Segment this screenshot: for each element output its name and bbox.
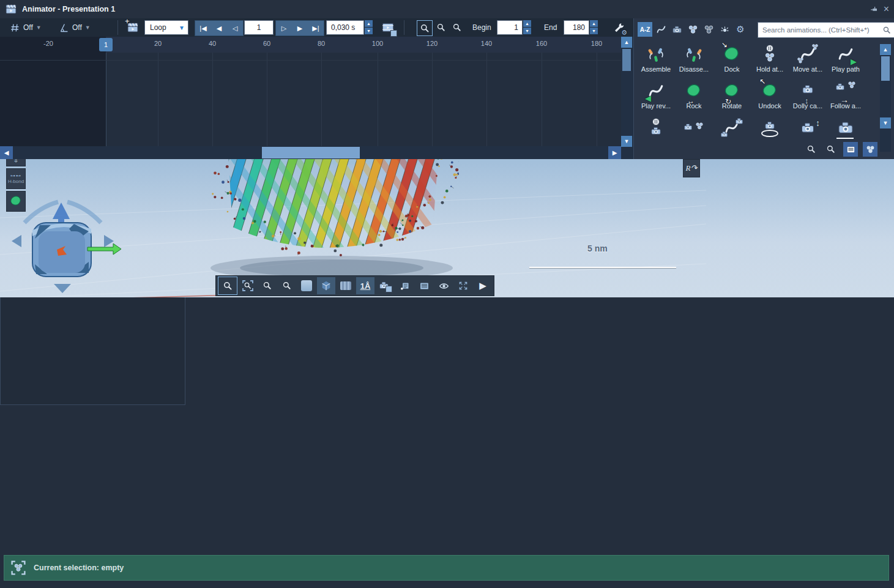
filter-entrance-button[interactable] bbox=[685, 22, 700, 37]
pin-icon[interactable] bbox=[870, 5, 879, 14]
fast-backward-button[interactable]: ◀ bbox=[211, 24, 227, 32]
close-icon[interactable]: × bbox=[884, 5, 889, 13]
gallery-tile-look-at-atoms[interactable] bbox=[674, 119, 713, 137]
gallery-zoom-out-button[interactable]: − bbox=[824, 142, 838, 157]
animation-gallery: A-Z ⚙ Assemble Disasse... bbox=[633, 18, 894, 159]
spin-down-icon: ▼ bbox=[523, 28, 531, 34]
disassemble-pieces-icon bbox=[685, 45, 703, 64]
gallery-tile-move-camera[interactable] bbox=[712, 119, 751, 137]
path-icon bbox=[656, 24, 666, 35]
selection-status-text: Current selection: empty bbox=[34, 564, 124, 572]
gallery-tile-play-reverse[interactable]: ◀ Play rev... bbox=[636, 82, 676, 110]
camera-icon bbox=[650, 125, 661, 136]
fast-forward-button[interactable]: ▶ bbox=[292, 24, 308, 32]
orbit-ellipse-icon bbox=[761, 130, 778, 137]
animator-header: Animator - Presentation 1 × bbox=[0, 0, 894, 18]
timeline-vertical-scrollbar[interactable]: ▲ ▼ bbox=[621, 37, 633, 159]
gallery-list-view-button[interactable] bbox=[843, 142, 858, 157]
begin-spinner[interactable]: ▲▼ bbox=[523, 20, 531, 35]
gallery-tile-hold-atoms[interactable]: Hold at... bbox=[750, 45, 789, 73]
scroll-up-icon[interactable]: ▲ bbox=[621, 37, 632, 48]
molecule-icon bbox=[847, 81, 856, 89]
gallery-tile-dolly-camera-2[interactable]: ↕ bbox=[788, 119, 827, 137]
spark-icon bbox=[720, 24, 730, 35]
gallery-tile-undock[interactable]: ↖ Undock bbox=[750, 82, 789, 110]
gallery-tile-move-atoms[interactable]: Move at... bbox=[788, 45, 827, 73]
step-forward-button[interactable]: ▷ bbox=[276, 24, 292, 32]
gallery-zoom-in-button[interactable]: + bbox=[804, 142, 819, 157]
gallery-tile-disassemble[interactable]: Disasse... bbox=[674, 45, 713, 73]
timeline-zoom-in-button[interactable]: + bbox=[434, 20, 449, 35]
animator-title: Animator - Presentation 1 bbox=[22, 5, 115, 13]
begin-frame-field[interactable]: 1 bbox=[497, 20, 523, 35]
export-movie-button[interactable] bbox=[381, 20, 395, 35]
animation-search-input[interactable] bbox=[761, 26, 882, 34]
molecule-icon bbox=[13, 563, 23, 573]
go-to-end-button[interactable]: ▶| bbox=[308, 24, 324, 32]
filter-effects-button[interactable] bbox=[717, 22, 732, 37]
molecule-icon bbox=[811, 43, 819, 51]
gear-icon: ⚙ bbox=[736, 24, 744, 35]
angle-snap-dropdown[interactable]: Off ▼ bbox=[59, 20, 91, 35]
animator-settings-button[interactable]: ⚙ bbox=[612, 20, 625, 35]
chevron-down-icon: ▼ bbox=[179, 24, 188, 31]
scroll-down-icon[interactable]: ▼ bbox=[621, 136, 632, 147]
timeline-tracks[interactable] bbox=[0, 53, 621, 146]
camera-icon bbox=[800, 121, 815, 135]
camera-icon bbox=[720, 130, 728, 138]
gallery-tile-play-path[interactable]: ▶ Play path bbox=[826, 45, 865, 73]
current-selection-bar: Current selection: empty bbox=[4, 555, 889, 581]
add-keyframe-button[interactable]: + bbox=[126, 20, 140, 35]
filter-camera-button[interactable] bbox=[669, 22, 684, 37]
scroll-left-icon[interactable]: ◀ bbox=[0, 146, 13, 159]
gallery-tile-rock[interactable]: ↔ Rock bbox=[674, 82, 713, 110]
scrollbar-thumb[interactable] bbox=[262, 147, 360, 158]
go-to-start-button[interactable]: |◀ bbox=[195, 24, 211, 32]
chevron-down-icon: ▼ bbox=[36, 24, 42, 31]
step-backward-button[interactable]: ◁ bbox=[227, 24, 243, 32]
interval-spinner[interactable]: ▲▼ bbox=[365, 20, 373, 35]
spin-up-icon: ▲ bbox=[365, 20, 373, 27]
timeline-zoom-fit-button[interactable] bbox=[417, 20, 433, 36]
end-frame-field[interactable]: 180 bbox=[564, 20, 589, 35]
timeline-horizontal-scrollbar[interactable]: ◀ ▶ bbox=[0, 146, 621, 159]
playback-back-cluster: |◀ ◀ ◁ bbox=[195, 20, 244, 36]
gallery-tile-assemble[interactable]: Assemble bbox=[636, 45, 676, 73]
sort-alphabetical-button[interactable]: A-Z bbox=[638, 22, 652, 37]
spin-up-icon: ▲ bbox=[590, 20, 598, 27]
camera-icon bbox=[835, 82, 845, 92]
gallery-preview-button[interactable] bbox=[863, 142, 877, 157]
frame-interval-field[interactable]: 0,030 s bbox=[326, 20, 364, 35]
timeline-zoom-out-button[interactable]: − bbox=[450, 20, 464, 35]
snap-dropdown[interactable]: Off ▼ bbox=[10, 20, 42, 35]
gallery-tile-track-camera[interactable] bbox=[826, 119, 865, 137]
end-spinner[interactable]: ▲▼ bbox=[590, 20, 598, 35]
gallery-tile-dolly-camera[interactable]: ↕ Dolly ca... bbox=[788, 82, 827, 110]
loop-mode-dropdown[interactable]: Loop ▼ bbox=[144, 20, 188, 35]
scroll-right-icon[interactable]: ▶ bbox=[608, 146, 621, 159]
molecule-icon bbox=[688, 24, 698, 35]
clapperboard-icon bbox=[5, 3, 17, 15]
timeline-ruler[interactable]: -20 1 20 40 60 80 100 120 140 160 180 bbox=[0, 37, 621, 53]
gallery-scrollbar[interactable]: ▲ ▼ bbox=[880, 44, 891, 152]
scroll-down-icon[interactable]: ▼ bbox=[880, 117, 891, 128]
gallery-tile-dock[interactable]: ↘ Dock bbox=[712, 45, 751, 73]
end-label: End bbox=[544, 20, 557, 35]
animator-controls: Off ▼ Off ▼ + Loop ▼ |◀ ◀ bbox=[0, 18, 633, 37]
gallery-tile-follow-atoms[interactable]: → Follow a... bbox=[826, 82, 865, 110]
scroll-up-icon[interactable]: ▲ bbox=[880, 44, 891, 55]
gallery-tile-orbit-camera[interactable] bbox=[750, 119, 789, 137]
angle-snap-icon bbox=[59, 23, 69, 33]
filter-motion-button[interactable] bbox=[654, 22, 668, 37]
gallery-tile-rotate[interactable]: ↻ Rotate bbox=[712, 82, 751, 110]
spin-down-icon: ▼ bbox=[365, 28, 373, 34]
filter-settings-button[interactable]: ⚙ bbox=[733, 22, 748, 37]
filter-exit-button[interactable] bbox=[701, 22, 716, 37]
current-frame-field[interactable]: 1 bbox=[244, 20, 274, 35]
camera-icon bbox=[684, 122, 693, 132]
camera-icon bbox=[672, 24, 682, 35]
molecule-icon bbox=[866, 145, 875, 154]
gallery-tile-hold-camera[interactable] bbox=[636, 119, 676, 137]
search-icon[interactable] bbox=[882, 26, 891, 34]
current-frame-marker[interactable]: 1 bbox=[99, 38, 113, 51]
